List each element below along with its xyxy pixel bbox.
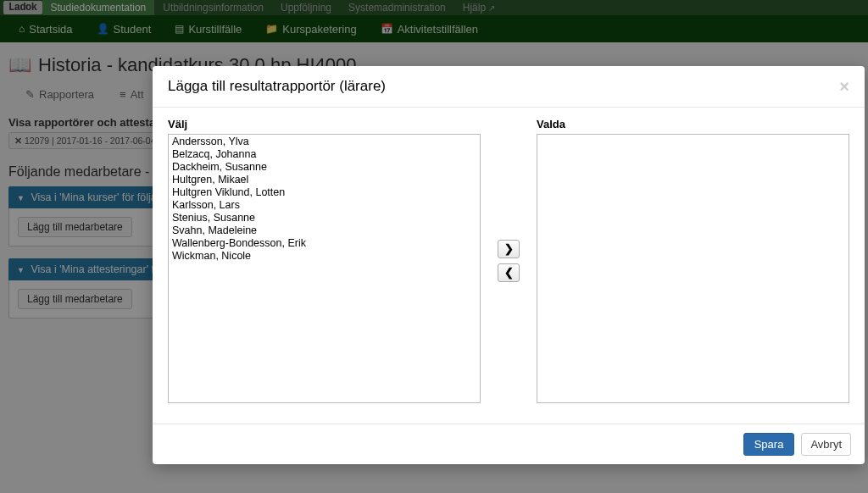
picker-available-column: Välj Andersson, YlvaBelzacq, JohannaDack…: [168, 118, 481, 403]
list-item[interactable]: Wallenberg-Bondesson, Erik: [169, 236, 480, 249]
modal-body: Välj Andersson, YlvaBelzacq, JohannaDack…: [153, 108, 865, 424]
list-item[interactable]: Andersson, Ylva: [169, 135, 480, 147]
close-icon[interactable]: ×: [839, 78, 849, 95]
list-item[interactable]: Hultgren, Mikael: [169, 173, 480, 186]
modal-header: Lägga till resultatrapportör (lärare) ×: [153, 66, 865, 108]
list-item[interactable]: Karlsson, Lars: [169, 198, 480, 211]
list-item[interactable]: Svahn, Madeleine: [169, 224, 480, 236]
move-left-button[interactable]: ❮: [498, 263, 520, 282]
list-item[interactable]: Dackheim, Susanne: [169, 160, 480, 173]
save-button[interactable]: Spara: [743, 433, 795, 456]
modal-footer: Spara Avbryt: [153, 424, 865, 464]
modal-dialog: Lägga till resultatrapportör (lärare) × …: [153, 66, 865, 464]
dual-list-picker: Välj Andersson, YlvaBelzacq, JohannaDack…: [168, 118, 849, 403]
available-listbox[interactable]: Andersson, YlvaBelzacq, JohannaDackheim,…: [168, 134, 481, 403]
list-item[interactable]: Hultgren Viklund, Lotten: [169, 186, 480, 198]
list-item[interactable]: Belzacq, Johanna: [169, 147, 480, 160]
cancel-button[interactable]: Avbryt: [801, 433, 851, 456]
move-right-button[interactable]: ❯: [498, 240, 520, 258]
list-item[interactable]: Wickman, Nicole: [169, 249, 480, 262]
selected-listbox[interactable]: [537, 134, 849, 403]
available-label: Välj: [168, 118, 481, 130]
picker-selected-column: Valda: [537, 118, 849, 403]
picker-transfer-buttons: ❯ ❮: [496, 118, 521, 403]
selected-label: Valda: [537, 118, 849, 130]
list-item[interactable]: Stenius, Susanne: [169, 211, 480, 224]
modal-title: Lägga till resultatrapportör (lärare): [168, 78, 386, 95]
